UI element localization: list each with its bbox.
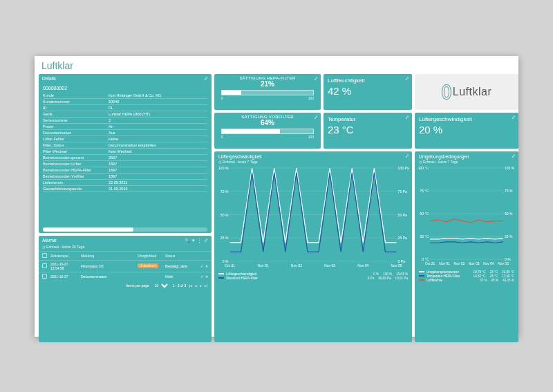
- fan-speed-chart: ⤢ Lüftergeschwindigkeit ◷Echtzeit - letz…: [214, 151, 412, 342]
- select-all-checkbox[interactable]: [42, 253, 47, 258]
- svg-text:100 °C: 100 °C: [418, 166, 429, 170]
- expand-icon[interactable]: ⤢: [204, 238, 208, 243]
- expand-icon[interactable]: ⤢: [204, 76, 208, 82]
- row-checkbox[interactable]: [42, 263, 47, 268]
- svg-text:Nov 02: Nov 02: [453, 261, 465, 265]
- details-row: Kundennummer50040: [43, 99, 207, 105]
- chart-plot-area[interactable]: 0 %0 Pa25 %25 Pa50 %50 Pa75 %75 Pa100 %1…: [214, 165, 412, 271]
- details-row: Seriennummer2: [43, 118, 207, 124]
- alarms-panel: Alarme 🔍 ▾ ⋮ ⤢ ◷Echtzeit - letzte 30 Tag…: [39, 236, 212, 342]
- clock-icon: ◷: [42, 245, 45, 249]
- chart-title: Lüftergeschwindigkeit: [214, 151, 412, 159]
- alarm-row[interactable]: 2021-10-27DekontaminationNicht✓✕: [39, 272, 212, 281]
- chart-legend: Umgebungstemperatur18,78 °C23 °C19,85 °C…: [415, 269, 518, 284]
- expand-icon[interactable]: ⤢: [405, 76, 409, 82]
- expand-icon[interactable]: ⤢: [405, 115, 409, 120]
- svg-text:Nov 04: Nov 04: [357, 263, 368, 268]
- gauge-title: SÄTTIGUNG VORFILTER: [214, 113, 321, 119]
- alarms-title: Alarme: [42, 238, 57, 243]
- svg-text:75 %: 75 %: [221, 189, 229, 193]
- horizontal-scrollbar[interactable]: [43, 227, 207, 232]
- svg-text:Nov 04: Nov 04: [483, 261, 494, 265]
- chart-title: Umgebungsbedingungen: [415, 151, 518, 159]
- details-row: Betriebsstunden Vorfilter1897: [43, 174, 207, 180]
- kpi-value: 20 %: [415, 122, 518, 136]
- svg-text:Nov 03: Nov 03: [469, 261, 480, 265]
- details-panel: Details ⤢ 000000002 KundeKurt Hüttinger …: [39, 74, 212, 233]
- svg-text:Nov 05: Nov 05: [391, 263, 402, 268]
- row-checkbox[interactable]: [42, 274, 47, 279]
- gauge-value: 21%: [214, 80, 321, 88]
- svg-text:Nov 01: Nov 01: [439, 261, 450, 265]
- svg-text:25 °C: 25 °C: [420, 234, 429, 239]
- svg-text:25 %: 25 %: [221, 236, 229, 240]
- alarm-row[interactable]: 2021-10-27 13:54:58Filterstatus OKUnbest…: [39, 260, 212, 272]
- chart-subtitle: Echtzeit - letzte 7 Tage: [423, 160, 458, 164]
- dismiss-icon[interactable]: ✕: [205, 274, 208, 279]
- next-page-icon[interactable]: ▸: [200, 283, 202, 288]
- fan-speed-kpi: ⤢ Lüftergeschwindigkeit 20 %: [415, 113, 518, 149]
- search-icon[interactable]: 🔍: [185, 238, 190, 243]
- ack-icon[interactable]: ✓: [200, 264, 203, 268]
- device-id: 000000002: [43, 84, 207, 93]
- svg-text:100 %: 100 %: [218, 166, 229, 170]
- page-size-select[interactable]: 10: [152, 283, 170, 288]
- details-row: DekontaminationAus: [43, 130, 207, 136]
- svg-text:75 °C: 75 °C: [420, 189, 429, 193]
- kpi-title: Luftfeuchtigkeit: [324, 74, 412, 84]
- last-page-icon[interactable]: ▸|: [205, 283, 207, 288]
- filter-icon[interactable]: ▾: [192, 238, 195, 243]
- details-row: Lüfter FehlerKeine: [43, 136, 207, 142]
- svg-text:0 %: 0 %: [223, 259, 229, 263]
- details-row: Filter_StatusDecontamination empfohlen: [43, 142, 207, 149]
- expand-icon[interactable]: ⤢: [512, 115, 516, 120]
- details-row: KundeKurt Hüttinger GmbH & Co. KG: [43, 93, 207, 99]
- temperature-kpi: ⤢ Temperatur 23 °C: [324, 113, 412, 149]
- col-message[interactable]: Meldung: [81, 254, 138, 258]
- prev-page-icon[interactable]: ◂: [195, 283, 197, 288]
- col-timestamp[interactable]: Zeitstempel: [50, 254, 81, 258]
- first-page-icon[interactable]: |◂: [189, 283, 191, 288]
- svg-text:50 %: 50 %: [505, 212, 513, 216]
- svg-text:Oct 31: Oct 31: [425, 261, 435, 265]
- svg-text:Oct 31: Oct 31: [225, 263, 235, 268]
- details-title: Details: [42, 76, 56, 81]
- details-row: Betriebsstunden Lüfter1897: [43, 161, 207, 167]
- svg-text:100 %: 100 %: [505, 166, 515, 170]
- kpi-value: 23 °C: [324, 122, 412, 136]
- menu-icon[interactable]: ⋮: [197, 238, 202, 243]
- col-status[interactable]: Status: [165, 254, 189, 258]
- details-row: GerätLuftklar HEPA 1800 (HT): [43, 111, 207, 118]
- expand-icon[interactable]: ⤢: [314, 115, 318, 120]
- svg-text:75 Pa: 75 Pa: [398, 189, 407, 193]
- svg-text:Nov 03: Nov 03: [324, 263, 335, 268]
- alarms-subtitle: Echtzeit - letzte 30 Tage: [46, 245, 84, 249]
- details-row: Betriebsstunden HEPA-Filter1897: [43, 167, 207, 174]
- expand-icon[interactable]: ⤢: [314, 76, 318, 82]
- chart-plot-area[interactable]: 0 °C0 %25 °C25 %50 °C50 %75 °C75 %100 °C…: [415, 165, 518, 269]
- dashboard-grid: Details ⤢ 000000002 KundeKurt Hüttinger …: [35, 74, 518, 346]
- details-row: IDPL: [43, 105, 207, 111]
- svg-text:50 %: 50 %: [221, 212, 229, 216]
- svg-text:50 Pa: 50 Pa: [398, 212, 407, 216]
- environment-chart: ⤢ Umgebungsbedingungen ◷Echtzeit - letzt…: [415, 151, 518, 342]
- kpi-value: 42 %: [324, 84, 412, 97]
- brand-logo-panel: Luftklar: [415, 74, 518, 110]
- expand-icon[interactable]: ⤢: [405, 153, 409, 159]
- col-severity[interactable]: Dringlichkeit: [138, 254, 165, 258]
- svg-text:0 Pa: 0 Pa: [398, 259, 406, 263]
- dismiss-icon[interactable]: ✕: [205, 264, 208, 268]
- hepa-saturation-gauge: ⤢ SÄTTIGUNG HEPA-FILTER 21% 0100: [214, 74, 321, 110]
- svg-text:Nov 01: Nov 01: [258, 263, 269, 268]
- chart-subtitle: Echtzeit - letzte 7 Tage: [223, 160, 258, 164]
- logo-mark-icon: [442, 84, 451, 100]
- dashboard-window: Luftklar Details ⤢ 000000002 KundeKurt H…: [35, 56, 518, 337]
- details-row: Filter WechselKein Wechsel: [43, 149, 207, 155]
- gauge-bar: [221, 129, 314, 134]
- pager-range: 1 - 3 of 3: [173, 283, 187, 288]
- expand-icon[interactable]: ⤢: [512, 153, 516, 159]
- svg-text:75 %: 75 %: [505, 189, 513, 193]
- alarms-header-row: Zeitstempel Meldung Dringlichkeit Status: [39, 251, 212, 260]
- ack-icon[interactable]: ✓: [200, 274, 203, 279]
- alarms-pager: Items per page 10 1 - 3 of 3 |◂ ◂ ▸ ▸|: [39, 281, 212, 290]
